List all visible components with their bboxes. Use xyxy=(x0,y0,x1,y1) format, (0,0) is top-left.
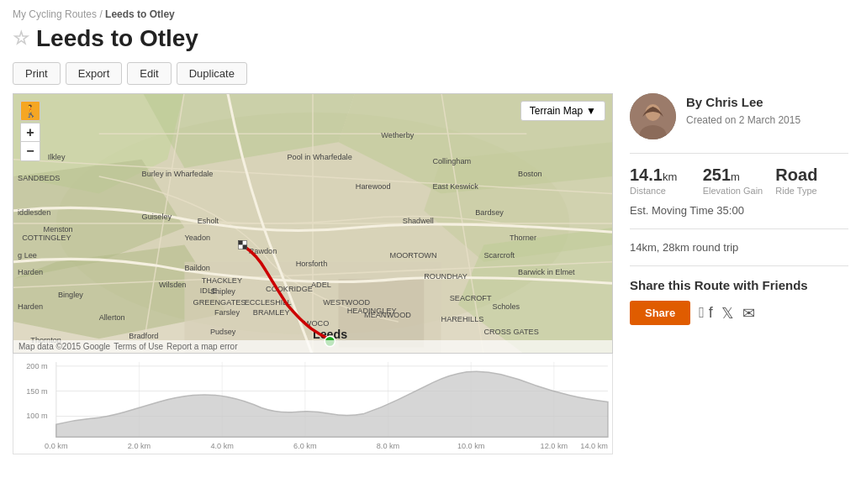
svg-text:HAREHILLS: HAREHILLS xyxy=(441,315,484,323)
avatar-image xyxy=(630,93,676,139)
map-svg: Ilkley Burley in Wharfedale Wetherby Col… xyxy=(13,94,612,353)
svg-text:CROSS GATES: CROSS GATES xyxy=(483,328,538,336)
print-button[interactable]: Print xyxy=(13,62,61,85)
page-container: My Cycling Routes / Leeds to Otley ☆ Lee… xyxy=(0,0,861,463)
svg-text:Guiseley: Guiseley xyxy=(142,213,172,221)
svg-text:MEANWOOD: MEANWOOD xyxy=(364,311,411,319)
page-title: Leeds to Otley xyxy=(36,25,198,52)
svg-text:ADEL: ADEL xyxy=(311,281,331,289)
map-terms[interactable]: Terms of Use xyxy=(114,342,163,351)
svg-text:Pool in Wharfedale: Pool in Wharfedale xyxy=(287,153,351,161)
map-report[interactable]: Report a map error xyxy=(166,342,237,351)
breadcrumb-separator: / xyxy=(99,8,102,20)
edit-button[interactable]: Edit xyxy=(127,62,171,85)
svg-text:g Lee: g Lee xyxy=(18,251,37,260)
svg-text:COOKRIDGE: COOKRIDGE xyxy=(266,285,313,293)
svg-text:Menston: Menston xyxy=(44,225,73,234)
share-title: Share this Route with Friends xyxy=(630,278,848,292)
stat-distance-label: Distance xyxy=(630,186,703,196)
main-content: Ilkley Burley in Wharfedale Wetherby Col… xyxy=(13,93,848,454)
svg-text:Scarcroft: Scarcroft xyxy=(483,251,515,260)
share-button[interactable]: Share xyxy=(630,301,690,325)
stat-ride-type: Road Ride Type xyxy=(775,165,848,196)
stat-distance: 14.1km Distance xyxy=(630,165,703,196)
author-date: Created on 2 March 2015 xyxy=(686,113,800,128)
svg-text:Horsforth: Horsforth xyxy=(296,260,328,268)
svg-text:8.0 km: 8.0 km xyxy=(377,442,399,450)
divider-1 xyxy=(630,153,848,154)
svg-text:Harewood: Harewood xyxy=(356,182,391,191)
author-name: By Chris Lee xyxy=(686,93,800,113)
right-panel: By Chris Lee Created on 2 March 2015 14.… xyxy=(630,93,848,325)
svg-text:East Keswick: East Keswick xyxy=(432,182,478,191)
email-icon[interactable]: ✉ xyxy=(742,304,755,323)
moving-time: Est. Moving Time 35:00 xyxy=(630,204,848,217)
zoom-out-button[interactable]: − xyxy=(21,142,40,160)
svg-text:Bradford: Bradford xyxy=(129,332,158,340)
svg-text:12.0 km: 12.0 km xyxy=(541,442,568,450)
export-button[interactable]: Export xyxy=(66,62,123,85)
zoom-controls: + − xyxy=(20,123,40,161)
twitter-icon[interactable]: 𝕏 xyxy=(721,304,734,323)
left-panel: Ilkley Burley in Wharfedale Wetherby Col… xyxy=(13,93,613,454)
svg-text:150 m: 150 m xyxy=(26,387,47,396)
svg-text:Pudsey: Pudsey xyxy=(210,328,236,336)
elevation-svg: 200 m 150 m 100 m 0.0 km 2.0 km 4.0 km 6… xyxy=(13,354,612,454)
breadcrumb-current: Leeds to Otley xyxy=(105,8,175,20)
stat-distance-value: 14.1km xyxy=(630,165,703,185)
svg-text:WESTWOOD: WESTWOOD xyxy=(323,298,370,307)
duplicate-button[interactable]: Duplicate xyxy=(177,62,247,85)
svg-rect-64 xyxy=(239,240,243,244)
stat-ride-type-label: Ride Type xyxy=(775,186,848,196)
svg-text:GREENGATES: GREENGATES xyxy=(193,298,246,307)
svg-text:2.0 km: 2.0 km xyxy=(128,442,151,450)
svg-text:Burley in Wharfedale: Burley in Wharfedale xyxy=(142,170,214,178)
round-trip: 14km, 28km round trip xyxy=(630,241,848,254)
svg-rect-65 xyxy=(243,244,247,249)
dropdown-chevron-icon: ▼ xyxy=(586,105,596,117)
map-controls: 🚶 + − xyxy=(20,101,40,161)
svg-text:Esholt: Esholt xyxy=(198,217,219,225)
map-attribution: Map data ©2015 Google xyxy=(18,342,110,351)
svg-text:Barwick in Elmet: Barwick in Elmet xyxy=(518,268,575,276)
divider-3 xyxy=(630,265,848,266)
svg-text:0.0 km: 0.0 km xyxy=(45,442,67,450)
svg-text:Harden: Harden xyxy=(18,302,43,311)
svg-text:Bingley: Bingley xyxy=(58,291,83,299)
page-title-container: ☆ Leeds to Otley xyxy=(13,25,848,52)
favorite-star-icon[interactable]: ☆ xyxy=(13,28,29,50)
svg-text:Scholes: Scholes xyxy=(493,302,520,311)
svg-text:IDLE: IDLE xyxy=(200,286,217,295)
svg-text:MOORTOWN: MOORTOWN xyxy=(390,251,437,260)
svg-text:BRAMLEY: BRAMLEY xyxy=(253,308,290,317)
svg-text:Ilkley: Ilkley xyxy=(48,153,66,161)
svg-text:iddlesden: iddlesden xyxy=(18,208,50,217)
svg-text:14.0 km: 14.0 km xyxy=(580,442,608,450)
street-view-icon[interactable]: 🚶 xyxy=(20,101,40,121)
svg-text:Wetherby: Wetherby xyxy=(381,131,414,139)
author-info: By Chris Lee Created on 2 March 2015 xyxy=(686,93,800,128)
stat-elevation-value: 251m xyxy=(703,165,776,185)
stat-elevation-label: Elevation Gain xyxy=(703,186,776,196)
svg-text:ROUNDHAY: ROUNDHAY xyxy=(424,272,467,281)
author-section: By Chris Lee Created on 2 March 2015 xyxy=(630,93,848,139)
svg-text:100 m: 100 m xyxy=(26,412,47,420)
breadcrumb-parent[interactable]: My Cycling Routes xyxy=(13,8,97,20)
svg-text:Allerton: Allerton xyxy=(99,313,125,322)
svg-text:SANDBEDS: SANDBEDS xyxy=(18,174,60,182)
share-section: Share this Route with Friends Share  f … xyxy=(630,278,848,325)
breadcrumb: My Cycling Routes / Leeds to Otley xyxy=(13,8,848,20)
svg-text:THACKLEY: THACKLEY xyxy=(202,276,242,285)
svg-text:6.0 km: 6.0 km xyxy=(293,442,316,450)
divider-2 xyxy=(630,228,848,229)
svg-text:Shadwell: Shadwell xyxy=(403,217,434,225)
zoom-in-button[interactable]: + xyxy=(21,123,40,142)
author-avatar xyxy=(630,93,676,139)
svg-text:Farsley: Farsley xyxy=(214,308,240,317)
map-container: Ilkley Burley in Wharfedale Wetherby Col… xyxy=(13,93,613,354)
share-row: Share  f 𝕏 ✉ xyxy=(630,301,848,325)
terrain-map-button[interactable]: Terrain Map ▼ xyxy=(520,101,605,121)
svg-text:Thorner: Thorner xyxy=(510,234,536,242)
facebook-icon[interactable]:  f xyxy=(699,304,713,322)
svg-text:COTTINGLEY: COTTINGLEY xyxy=(22,234,71,242)
